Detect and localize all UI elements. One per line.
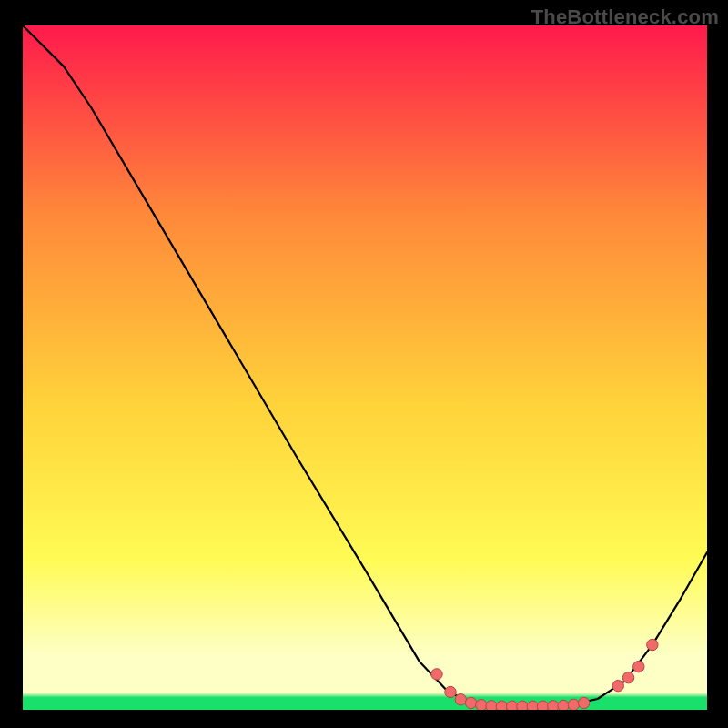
data-marker [445, 686, 456, 697]
data-marker [622, 672, 633, 682]
data-marker [537, 701, 548, 710]
data-marker [506, 701, 517, 710]
data-marker [455, 694, 466, 705]
data-marker [517, 701, 528, 710]
data-marker [496, 701, 507, 710]
data-marker [612, 680, 623, 691]
data-marker [647, 639, 658, 650]
attribution-text: TheBottleneck.com [531, 5, 719, 29]
data-marker [476, 700, 487, 710]
plot-area [23, 25, 707, 710]
data-marker [578, 697, 589, 708]
data-marker [558, 700, 569, 710]
data-marker [465, 697, 476, 708]
data-marker [527, 701, 538, 710]
data-marker [548, 701, 559, 710]
data-marker [431, 669, 442, 680]
data-marker [486, 701, 497, 710]
data-marker [633, 661, 644, 672]
chart-frame: TheBottleneck.com [0, 0, 728, 728]
chart-svg [23, 25, 707, 710]
data-marker [568, 699, 579, 710]
gradient-background [23, 25, 707, 710]
